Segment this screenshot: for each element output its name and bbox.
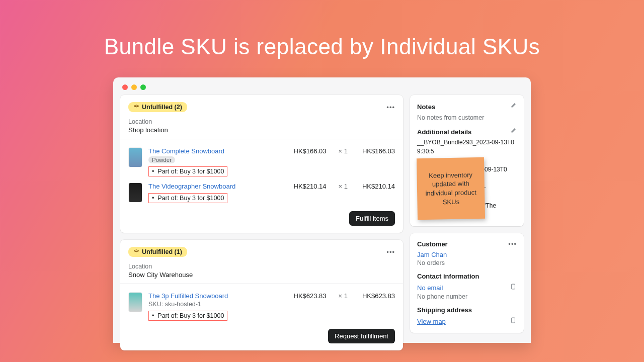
divider: [120, 139, 403, 139]
divider: [120, 284, 403, 284]
line-total: HK$210.14: [360, 183, 395, 190]
side-column: Notes No notes from customer Additional …: [410, 95, 524, 350]
more-actions-button[interactable]: •••: [386, 248, 395, 256]
svg-rect-0: [512, 284, 515, 289]
hero-title: Bundle SKU is replaced by Individual SKU…: [0, 0, 644, 77]
clipboard-icon[interactable]: [510, 317, 517, 326]
unfulfilled-badge: Unfulfilled (1): [128, 247, 187, 257]
app-window: Unfulfilled (2) ••• Location Shop locati…: [113, 77, 531, 343]
more-actions-button[interactable]: •••: [386, 104, 395, 111]
product-thumbnail[interactable]: [128, 147, 142, 167]
clipboard-icon[interactable]: [510, 283, 517, 292]
fulfill-items-button[interactable]: Fulfill items: [349, 211, 395, 226]
request-fulfillment-button[interactable]: Request fulfillment: [328, 329, 395, 343]
svg-rect-1: [512, 318, 515, 323]
pencil-icon[interactable]: [510, 127, 517, 136]
product-title-link[interactable]: The Complete Snowboard: [148, 147, 224, 155]
customer-card: Customer ••• Jam Chan No orders Contact …: [410, 233, 524, 333]
maximize-icon[interactable]: [140, 84, 146, 90]
customer-orders: No orders: [417, 259, 517, 266]
location-value: Snow City Warehouse: [128, 271, 395, 279]
main-column: Unfulfilled (2) ••• Location Shop locati…: [120, 95, 403, 350]
line-qty: × 1: [333, 147, 354, 155]
line-qty: × 1: [333, 292, 354, 300]
line-price: HK$623.83: [294, 292, 327, 300]
no-email-link[interactable]: No email: [417, 284, 443, 292]
fulfillment-card: Unfulfilled (1) ••• Location Snow City W…: [120, 240, 403, 350]
box-open-icon: [133, 104, 139, 110]
product-thumbnail[interactable]: [128, 292, 142, 312]
unfulfilled-badge: Unfulfilled (2): [128, 102, 187, 112]
variant-pill: Powder: [148, 156, 175, 163]
additional-details-heading: Additional details: [417, 128, 471, 136]
close-icon[interactable]: [122, 84, 128, 90]
line-qty: × 1: [333, 183, 354, 190]
customer-heading: Customer: [417, 240, 448, 248]
notes-heading: Notes: [417, 103, 435, 111]
window-traffic-lights: [120, 84, 524, 95]
location-value: Shop location: [128, 126, 395, 134]
badge-label: Unfulfilled (1): [142, 248, 182, 255]
box-open-icon: [133, 249, 139, 255]
line-total: HK$623.83: [360, 292, 395, 300]
line-item: The 3p Fulfilled Snowboard SKU: sku-host…: [128, 289, 395, 324]
bundle-partof-highlight: Part of: Buy 3 for $1000: [148, 311, 227, 321]
product-title-link[interactable]: The 3p Fulfilled Snowboard: [148, 292, 228, 300]
line-item: The Complete Snowboard Powder Part of: B…: [128, 144, 395, 179]
no-phone: No phone number: [417, 293, 517, 300]
customer-name-link[interactable]: Jam Chan: [417, 251, 517, 258]
contact-info-heading: Contact information: [417, 273, 517, 280]
location-label: Location: [128, 118, 395, 125]
shipping-address-heading: Shipping address: [417, 306, 517, 314]
badge-label: Unfulfilled (2): [142, 104, 182, 111]
notes-empty: No notes from customer: [417, 114, 517, 121]
minimize-icon[interactable]: [131, 84, 137, 90]
product-title-link[interactable]: The Videographer Snowboard: [148, 183, 235, 190]
bundle-partof-highlight: Part of: Buy 3 for $1000: [148, 166, 227, 176]
line-total: HK$166.03: [360, 147, 395, 155]
fulfillment-card: Unfulfilled (2) ••• Location Shop locati…: [120, 95, 403, 233]
line-item: The Videographer Snowboard Part of: Buy …: [128, 179, 395, 206]
more-actions-button[interactable]: •••: [508, 240, 517, 248]
pencil-icon[interactable]: [510, 102, 517, 111]
bundle-partof-highlight: Part of: Buy 3 for $1000: [148, 193, 227, 203]
view-map-link[interactable]: View map: [417, 318, 446, 325]
sticky-note: Keep inventory updated with individual p…: [417, 157, 485, 220]
location-label: Location: [128, 263, 395, 270]
product-thumbnail[interactable]: [128, 183, 142, 203]
sku-label: SKU: sku-hosted-1: [148, 301, 288, 308]
line-price: HK$210.14: [294, 183, 327, 190]
line-price: HK$166.03: [294, 147, 327, 155]
